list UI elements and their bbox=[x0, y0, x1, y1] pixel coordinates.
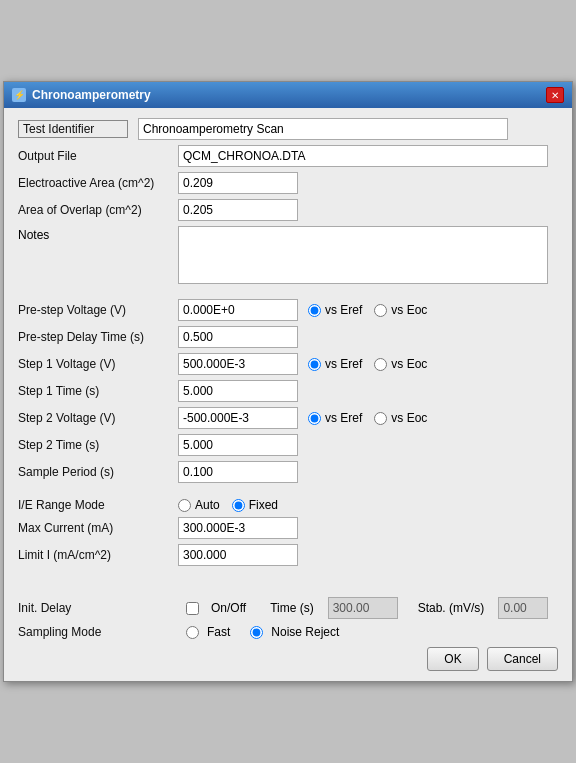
init-delay-label: Init. Delay bbox=[18, 601, 178, 615]
ie-auto-radio[interactable] bbox=[178, 499, 191, 512]
pre-step-vs-eref-label: vs Eref bbox=[325, 303, 362, 317]
step1-voltage-radio-group: vs Eref vs Eoc bbox=[308, 357, 435, 371]
output-file-input[interactable] bbox=[178, 145, 548, 167]
sampling-fast-label: Fast bbox=[207, 625, 230, 639]
title-bar-left: ⚡ Chronoamperometry bbox=[12, 88, 151, 102]
ie-auto-label: Auto bbox=[195, 498, 220, 512]
pre-step-voltage-radio-group: vs Eref vs Eoc bbox=[308, 303, 435, 317]
init-stab-label: Stab. (mV/s) bbox=[418, 601, 485, 615]
title-bar: ⚡ Chronoamperometry ✕ bbox=[4, 82, 572, 108]
step1-voltage-label: Step 1 Voltage (V) bbox=[18, 357, 178, 371]
max-current-row: Max Current (mA) bbox=[18, 517, 558, 539]
step2-vs-eref-label: vs Eref bbox=[325, 411, 362, 425]
area-overlap-label: Area of Overlap (cm^2) bbox=[18, 203, 178, 217]
init-delay-checkbox[interactable] bbox=[186, 602, 199, 615]
step2-vs-eref-radio[interactable] bbox=[308, 412, 321, 425]
pre-step-vs-eoc-radio[interactable] bbox=[374, 304, 387, 317]
step1-vs-eoc-radio[interactable] bbox=[374, 358, 387, 371]
pre-step-voltage-label: Pre-step Voltage (V) bbox=[18, 303, 178, 317]
pre-step-delay-row: Pre-step Delay Time (s) bbox=[18, 326, 558, 348]
window-title: Chronoamperometry bbox=[32, 88, 151, 102]
electroactive-area-input[interactable] bbox=[178, 172, 298, 194]
limit-i-label: Limit I (mA/cm^2) bbox=[18, 548, 178, 562]
ok-button[interactable]: OK bbox=[427, 647, 478, 671]
init-time-label: Time (s) bbox=[270, 601, 314, 615]
step2-vs-eoc-label: vs Eoc bbox=[391, 411, 427, 425]
sample-period-input[interactable] bbox=[178, 461, 298, 483]
sampling-noise-label: Noise Reject bbox=[271, 625, 339, 639]
limit-i-input[interactable] bbox=[178, 544, 298, 566]
notes-row: Notes bbox=[18, 226, 558, 284]
step1-time-label: Step 1 Time (s) bbox=[18, 384, 178, 398]
test-identifier-label: Test Identifier bbox=[18, 120, 128, 138]
sampling-noise-radio[interactable] bbox=[250, 626, 263, 639]
close-button[interactable]: ✕ bbox=[546, 87, 564, 103]
step1-time-row: Step 1 Time (s) bbox=[18, 380, 558, 402]
sampling-mode-row: Sampling Mode Fast Noise Reject bbox=[18, 625, 558, 639]
step1-voltage-input[interactable] bbox=[178, 353, 298, 375]
step1-vs-eoc-label: vs Eoc bbox=[391, 357, 427, 371]
sampling-fast-radio[interactable] bbox=[186, 626, 199, 639]
ie-fixed-radio[interactable] bbox=[232, 499, 245, 512]
ie-range-label: I/E Range Mode bbox=[18, 498, 178, 512]
notes-label: Notes bbox=[18, 226, 178, 242]
ie-fixed-label: Fixed bbox=[249, 498, 278, 512]
form-content: Test Identifier Output File Electroactiv… bbox=[4, 108, 572, 681]
sampling-mode-label: Sampling Mode bbox=[18, 625, 178, 639]
step1-voltage-row: Step 1 Voltage (V) vs Eref vs Eoc bbox=[18, 353, 558, 375]
step1-vs-eref-label: vs Eref bbox=[325, 357, 362, 371]
pre-step-voltage-row: Pre-step Voltage (V) vs Eref vs Eoc bbox=[18, 299, 558, 321]
step2-time-row: Step 2 Time (s) bbox=[18, 434, 558, 456]
step2-time-input[interactable] bbox=[178, 434, 298, 456]
ie-range-radio-group: Auto Fixed bbox=[178, 498, 286, 512]
output-file-row: Output File bbox=[18, 145, 558, 167]
pre-step-vs-eoc-label: vs Eoc bbox=[391, 303, 427, 317]
main-window: ⚡ Chronoamperometry ✕ Test Identifier Ou… bbox=[3, 81, 573, 682]
step2-voltage-label: Step 2 Voltage (V) bbox=[18, 411, 178, 425]
max-current-input[interactable] bbox=[178, 517, 298, 539]
cancel-button[interactable]: Cancel bbox=[487, 647, 558, 671]
electroactive-area-label: Electroactive Area (cm^2) bbox=[18, 176, 178, 190]
init-stab-input[interactable] bbox=[498, 597, 548, 619]
app-icon: ⚡ bbox=[12, 88, 26, 102]
pre-step-vs-eref-radio[interactable] bbox=[308, 304, 321, 317]
area-overlap-input[interactable] bbox=[178, 199, 298, 221]
sample-period-label: Sample Period (s) bbox=[18, 465, 178, 479]
step2-voltage-radio-group: vs Eref vs Eoc bbox=[308, 411, 435, 425]
pre-step-delay-input[interactable] bbox=[178, 326, 298, 348]
button-row: OK Cancel bbox=[18, 647, 558, 671]
area-overlap-row: Area of Overlap (cm^2) bbox=[18, 199, 558, 221]
step2-voltage-row: Step 2 Voltage (V) vs Eref vs Eoc bbox=[18, 407, 558, 429]
pre-step-delay-label: Pre-step Delay Time (s) bbox=[18, 330, 178, 344]
step2-time-label: Step 2 Time (s) bbox=[18, 438, 178, 452]
max-current-label: Max Current (mA) bbox=[18, 521, 178, 535]
step1-vs-eref-radio[interactable] bbox=[308, 358, 321, 371]
test-identifier-row: Test Identifier bbox=[18, 118, 558, 140]
ie-range-row: I/E Range Mode Auto Fixed bbox=[18, 498, 558, 512]
limit-i-row: Limit I (mA/cm^2) bbox=[18, 544, 558, 566]
step1-time-input[interactable] bbox=[178, 380, 298, 402]
sample-period-row: Sample Period (s) bbox=[18, 461, 558, 483]
step2-voltage-input[interactable] bbox=[178, 407, 298, 429]
electroactive-area-row: Electroactive Area (cm^2) bbox=[18, 172, 558, 194]
pre-step-voltage-input[interactable] bbox=[178, 299, 298, 321]
init-time-input[interactable] bbox=[328, 597, 398, 619]
step2-vs-eoc-radio[interactable] bbox=[374, 412, 387, 425]
output-file-label: Output File bbox=[18, 149, 178, 163]
test-identifier-input[interactable] bbox=[138, 118, 508, 140]
init-on-off-label: On/Off bbox=[211, 601, 246, 615]
notes-textarea[interactable] bbox=[178, 226, 548, 284]
init-delay-row: Init. Delay On/Off Time (s) Stab. (mV/s) bbox=[18, 597, 558, 619]
